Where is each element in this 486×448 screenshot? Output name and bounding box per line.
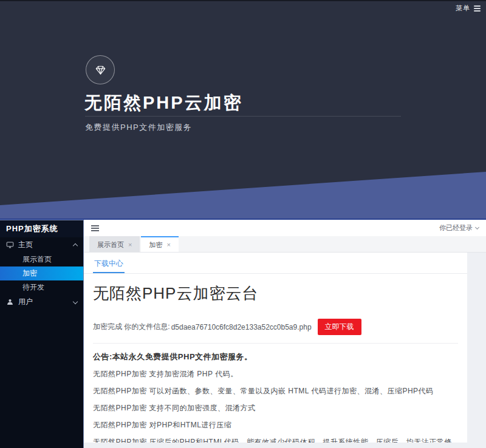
subtab-strip: 下载中心 — [84, 257, 467, 274]
file-info-row: 加密完成 你的文件信息: d5daea76710c6fc8d2e133a52cc… — [93, 319, 467, 335]
announcement-line: 无陌然PHP加密 对PHP和HTML进行压缩 — [93, 420, 458, 430]
file-status-text: 加密完成 你的文件信息: — [93, 322, 170, 332]
tab-showcase[interactable]: 展示首页 × — [89, 236, 140, 252]
announcement-line: 无陌然PHP加密 可以对函数、参数、变量、常量以及内嵌 HTML 代码进行加密、… — [93, 386, 458, 396]
hero-divider — [85, 116, 401, 117]
announcement-title: 公告:本站永久免费提供PHP文件加密服务。 — [93, 351, 458, 362]
topbar: 你已经登录 — [84, 220, 486, 236]
sidebar-item-encrypt[interactable]: 加密 — [0, 266, 83, 280]
sidebar-item-label: 加密 — [22, 268, 37, 279]
tab-label: 加密 — [149, 240, 162, 249]
sidebar-item-user[interactable]: 用户 — [0, 294, 83, 310]
sidebar: PHP加密系统 主页 展示首页 加密 待开发 用户 — [0, 220, 84, 448]
content-card: 下载中心 无陌然PHP云加密云台 加密完成 你的文件信息: d5daea7671… — [84, 253, 467, 443]
main-area: 你已经登录 展示首页 × 加密 × 下载中心 无陌然PHP云加密云台 加密 — [84, 220, 486, 448]
sidebar-toggle-icon[interactable] — [91, 225, 99, 231]
user-icon — [6, 298, 14, 306]
hero-subtitle: 免费提供PHP文件加密服务 — [85, 122, 192, 133]
hero-bottom-line — [0, 219, 486, 220]
admin-panel: PHP加密系统 主页 展示首页 加密 待开发 用户 — [0, 220, 486, 448]
content-wrapper: 下载中心 无陌然PHP云加密云台 加密完成 你的文件信息: d5daea7671… — [84, 253, 486, 448]
hamburger-icon — [474, 5, 481, 12]
subtab-download-center[interactable]: 下载中心 — [93, 257, 125, 273]
menu-button[interactable]: 菜单 — [456, 4, 481, 13]
close-icon[interactable]: × — [166, 242, 170, 248]
sidebar-item-label: 待开发 — [22, 282, 44, 293]
diagonal-band — [0, 0, 486, 220]
sidebar-item-showcase[interactable]: 展示首页 — [0, 253, 83, 266]
sidebar-item-todo[interactable]: 待开发 — [0, 280, 83, 294]
announcement-line: 无陌然PHP加密 支持不同的加密强度、混淆方式 — [93, 403, 458, 413]
close-icon[interactable]: × — [128, 242, 132, 248]
tab-encrypt[interactable]: 加密 × — [141, 236, 178, 252]
announcement-section: 公告:本站永久免费提供PHP文件加密服务。 无陌然PHP加密 支持加密混淆 PH… — [93, 351, 458, 443]
chevron-down-icon — [73, 299, 78, 304]
tab-label: 展示首页 — [97, 240, 124, 249]
top-edge-line — [0, 0, 486, 1]
tab-bar: 展示首页 × 加密 × — [84, 236, 486, 253]
login-status-dropdown[interactable]: 你已经登录 — [439, 223, 479, 232]
sidebar-item-label: 展示首页 — [22, 254, 52, 265]
divider — [93, 343, 458, 344]
logo-circle — [86, 55, 115, 84]
menu-button-label: 菜单 — [456, 4, 470, 13]
sidebar-item-label: 主页 — [18, 240, 33, 250]
hero-title: 无陌然PHP云加密 — [84, 91, 243, 115]
chevron-down-icon — [475, 225, 479, 229]
desktop-icon — [6, 241, 14, 249]
page-title: 无陌然PHP云加密云台 — [93, 283, 467, 304]
announcement-line: 无陌然PHP加密 支持加密混淆 PHP 代码。 — [93, 369, 458, 379]
sidebar-item-label: 用户 — [18, 297, 33, 307]
sidebar-item-home[interactable]: 主页 — [0, 237, 83, 253]
download-button[interactable]: 立即下载 — [318, 319, 361, 335]
login-status-text: 你已经登录 — [439, 223, 473, 232]
file-name: d5daea76710c6fc8d2e133a52cc0b5a9.php — [171, 323, 312, 331]
announcement-line: 无陌然PHP加密 压缩后的PHP和HTML代码，能有效减少代码体积，提升系统性能… — [93, 437, 458, 443]
sidebar-brand: PHP加密系统 — [0, 220, 83, 237]
hero-section: 菜单 无陌然PHP云加密 免费提供PHP文件加密服务 — [0, 0, 486, 220]
chevron-up-icon — [73, 243, 78, 248]
diamond-icon — [94, 63, 108, 77]
